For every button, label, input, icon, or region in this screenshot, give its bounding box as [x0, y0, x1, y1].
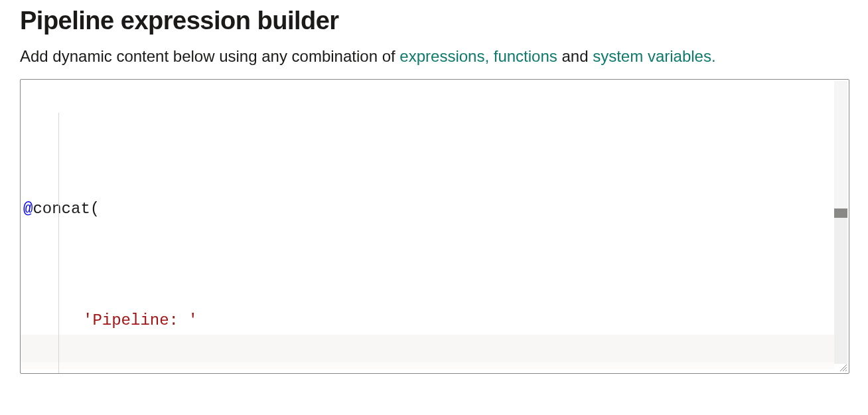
token-func-concat: concat — [33, 200, 90, 218]
link-system-variables[interactable]: system variables. — [593, 47, 715, 65]
indent-guide — [58, 113, 59, 373]
svg-line-2 — [845, 370, 847, 371]
intro-text: Add dynamic content below using any comb… — [20, 47, 852, 66]
page-title: Pipeline expression builder — [20, 7, 852, 35]
link-functions[interactable]: functions — [494, 47, 557, 65]
code-line-1: @concat( — [23, 195, 846, 223]
editor-scrollbar[interactable] — [834, 81, 847, 364]
intro-sep1 — [489, 47, 494, 65]
code-line-2: 'Pipeline: ' — [23, 307, 846, 335]
link-expressions[interactable]: expressions, — [399, 47, 489, 65]
intro-sep2: and — [557, 47, 593, 65]
intro-prefix: Add dynamic content below using any comb… — [20, 47, 399, 65]
token-string-pipeline: 'Pipeline: ' — [83, 311, 198, 329]
token-open-paren: ( — [90, 200, 100, 218]
scrollbar-visible-region — [834, 81, 847, 208]
code-area[interactable]: @concat( 'Pipeline: ' , , '<br>' , 'Work… — [21, 80, 849, 373]
resize-grip-icon[interactable] — [838, 363, 847, 372]
token-at: @ — [23, 200, 33, 218]
scrollbar-thumb[interactable] — [834, 208, 847, 218]
expression-editor[interactable]: @concat( 'Pipeline: ' , , '<br>' , 'Work… — [20, 79, 849, 374]
